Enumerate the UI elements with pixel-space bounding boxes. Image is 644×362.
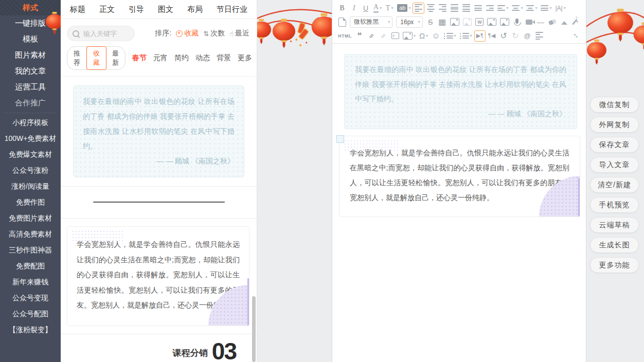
save-article-button[interactable]: 保存文章 <box>590 137 639 153</box>
filter-spring-festival[interactable]: 春节 <box>132 53 147 63</box>
sidebar-item-account-pics[interactable]: 公众号配图 <box>0 306 61 322</box>
align-left-button[interactable] <box>413 3 424 14</box>
filter-more[interactable]: 更多 <box>238 53 252 63</box>
tab-guide[interactable]: 引导 <box>129 5 144 14</box>
underline-button[interactable]: U <box>360 3 371 14</box>
external-copy-button[interactable]: 外网复制 <box>590 117 639 133</box>
tab-layout[interactable]: 布局 <box>187 5 203 14</box>
sidebar-item-image-assets[interactable]: 图片素材 <box>0 47 61 63</box>
horizontal-rule-button[interactable]: — <box>535 16 546 28</box>
ordered-list-button[interactable]: ▾ <box>442 30 458 42</box>
text-frame-button[interactable]: T <box>389 30 401 42</box>
tab-body[interactable]: 正文 <box>99 5 115 14</box>
unordered-list-button[interactable]: ▾ <box>458 30 474 42</box>
long-image-button[interactable]: 生成长图 <box>590 237 639 253</box>
insert-table-button[interactable]: ▦ <box>437 16 448 28</box>
space-before-button[interactable]: ▾ <box>510 3 524 14</box>
cloud-draft-button[interactable]: 云端草稿 <box>590 217 639 233</box>
editor-quote-block[interactable]: 我要在最细的雨中 吹出银色的花纹 让所有在场的丁香 都成为你的伴娘 我要张开梧桐… <box>344 54 577 129</box>
sidebar-item-hd-assets[interactable]: 高清免费素材 <box>0 226 61 242</box>
sidebar-item-operation-tools[interactable]: 运营工具 <box>0 79 61 95</box>
justify-full-button[interactable] <box>472 3 484 14</box>
line-height-button[interactable]: ▾ <box>539 3 553 14</box>
insert-image-button[interactable] <box>449 16 461 28</box>
html-source-button[interactable]: HTML <box>336 30 353 42</box>
sidebar-item-free-viral[interactable]: 免费爆文素材 <box>0 147 61 162</box>
sidebar-item-my-articles[interactable]: 我的文章 <box>0 63 61 79</box>
filter-lantern-festival[interactable]: 元宵 <box>153 53 168 63</box>
eraser-button[interactable] <box>547 16 558 28</box>
highlight-button[interactable]: ab▾ <box>396 3 412 14</box>
video-button[interactable] <box>523 16 534 28</box>
special-char-button[interactable]: Ω▾ <box>418 30 430 42</box>
sidebar-item-styles[interactable]: 样式 <box>0 0 61 15</box>
wechat-copy-button[interactable]: 微信复制 <box>590 97 639 113</box>
sidebar-item-free-pics[interactable]: 免费配图 <box>0 258 61 274</box>
indent-button[interactable] <box>484 3 495 14</box>
insert-link-button[interactable]: ∞ <box>366 30 377 42</box>
sidebar-item-fans-reading[interactable]: 涨粉/阅读量 <box>0 178 61 194</box>
space-after-button[interactable]: ▾ <box>525 3 539 14</box>
sidebar-item-monetize[interactable]: 公众号变现 <box>0 290 61 306</box>
sort-by-favorite[interactable]: 收藏 <box>176 29 199 38</box>
image-menu-button[interactable]: ▾ <box>401 30 417 42</box>
sidebar-item-cooperation[interactable]: 合作推广 <box>0 95 61 111</box>
sidebar-item-templates[interactable]: 模板 <box>0 31 61 47</box>
align-block-button[interactable] <box>449 3 460 14</box>
import-article-button[interactable]: 导入文章 <box>590 157 639 173</box>
template-numbered-card[interactable]: 课程分销 03 全网返佣最高的课程分销，在线选择教育，复制文案/专属海报即可推广… <box>61 334 257 362</box>
clear-format-button[interactable] <box>559 16 570 28</box>
sidebar-item-fans-fission[interactable]: 【涨粉裂变】 <box>0 322 61 338</box>
audio-button[interactable] <box>511 16 523 28</box>
chip-recommend[interactable]: 推荐 <box>67 47 87 69</box>
indent-menu-button[interactable]: ▾ <box>496 3 510 14</box>
more-functions-button[interactable]: 更多功能 <box>590 257 639 273</box>
undo-button[interactable]: ↺ <box>498 30 509 42</box>
rtl-paragraph-button[interactable]: ¶◀ <box>486 30 497 42</box>
sidebar-item-free-drawing[interactable]: 免费作图 <box>0 194 61 210</box>
sidebar-item-one-click-layout[interactable]: 一键排版 <box>0 15 61 31</box>
filter-dynamic[interactable]: 动态 <box>195 53 210 63</box>
editor-paragraph-block[interactable]: 学会宽恕别人，就是学会善待自己。仇恨只能永远让我们的心灵生活在黑暗之中;而宽恕，… <box>339 136 580 217</box>
align-center-button[interactable] <box>425 3 436 14</box>
bold-button[interactable]: B <box>336 3 348 14</box>
chip-favorite[interactable]: 收藏 <box>86 46 106 70</box>
new-document-button[interactable] <box>336 16 348 28</box>
fullscreen-expand-icon[interactable]: ↔ <box>571 29 583 41</box>
emoji-button[interactable]: ☺ <box>430 30 441 42</box>
panel-scrollbar-thumb[interactable] <box>252 296 256 362</box>
clear-new-button[interactable]: 清空/新建 <box>590 177 639 193</box>
template-divider-card[interactable] <box>61 187 257 219</box>
sidebar-item-3sec-tool[interactable]: 三秒作图神器 <box>0 242 61 258</box>
magic-wand-button[interactable]: ▾ <box>570 16 582 28</box>
filter-simple[interactable]: 简约 <box>174 53 189 63</box>
blockquote-button[interactable]: ❝ <box>354 30 365 42</box>
align-lines-button[interactable] <box>533 30 545 42</box>
tab-imagetext[interactable]: 图文 <box>158 5 173 14</box>
sidebar-item-newyear-money[interactable]: 新年来赚钱 <box>0 274 61 290</box>
sidebar-item-fans-growth[interactable]: 公众号涨粉 <box>0 162 61 178</box>
template-quote-card[interactable]: 我要在最细的雨中 吹出银色的花纹 让所有在场的丁香 都成为你的伴娘 我要张开梧桐… <box>61 77 257 187</box>
strikethrough-button[interactable]: S <box>425 16 436 28</box>
font-family-select[interactable]: 微软雅黑▾ <box>350 16 392 28</box>
import-word-button[interactable]: W <box>474 16 485 28</box>
remove-link-button[interactable]: ∞ <box>378 30 389 42</box>
sort-by-recent[interactable]: ☝ 最近 <box>229 29 249 38</box>
at-mention-button[interactable]: @ <box>522 30 533 42</box>
sidebar-item-100w-assets[interactable]: 100W+免费素材 <box>0 131 61 147</box>
sidebar-item-miniprogram[interactable]: 小程序模板 <box>0 115 61 131</box>
justify-button[interactable] <box>460 3 472 14</box>
tab-festival[interactable]: 节日行业 <box>217 5 247 14</box>
phone-preview-button[interactable]: 手机预览 <box>590 197 639 213</box>
search-input[interactable] <box>82 29 131 38</box>
sort-by-count[interactable]: ⇅ 次数 <box>203 29 225 38</box>
image-text-button[interactable] <box>461 16 474 28</box>
tab-title[interactable]: 标题 <box>70 5 85 14</box>
filter-background[interactable]: 背景 <box>217 53 231 63</box>
sidebar-item-free-images[interactable]: 免费图片素材 <box>0 210 61 226</box>
editor-content[interactable]: 我要在最细的雨中 吹出银色的花纹 让所有在场的丁香 都成为你的伴娘 我要张开梧桐… <box>332 54 586 362</box>
italic-button[interactable]: I <box>348 3 360 14</box>
ltr-paragraph-button[interactable]: ▶¶ <box>474 30 486 42</box>
letter-spacing-button[interactable]: |A|▾ <box>553 3 567 14</box>
align-right-button[interactable] <box>437 3 448 14</box>
